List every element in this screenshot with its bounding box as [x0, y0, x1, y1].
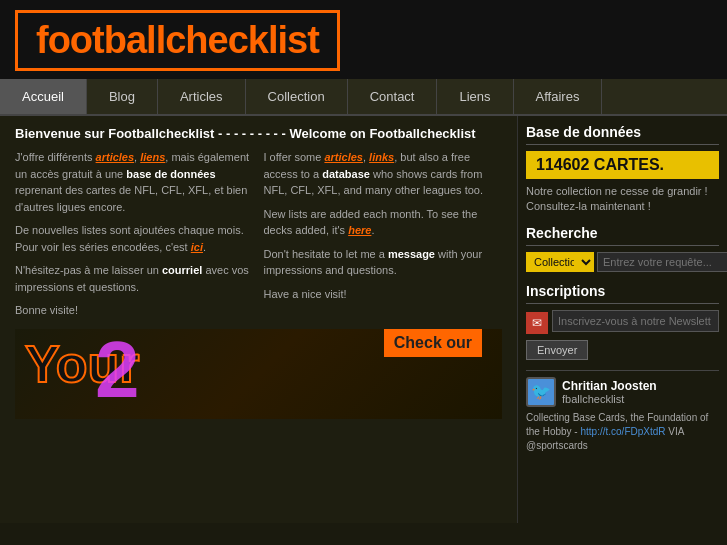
logo-text: footballchecklist: [36, 19, 319, 61]
sidebar: Base de données 114602 CARTES. Notre col…: [517, 116, 727, 523]
two-column: J'offre différents articles, liens, mais…: [15, 149, 502, 319]
database-title: Base de données: [526, 124, 719, 145]
nav: Accueil Blog Articles Collection Contact…: [0, 79, 727, 116]
main-layout: Bienvenue sur Footballchecklist - - - - …: [0, 116, 727, 523]
nav-item-blog[interactable]: Blog: [87, 79, 158, 114]
inscriptions-title: Inscriptions: [526, 283, 719, 304]
inscriptions-section: Inscriptions ✉ Envoyer: [526, 283, 719, 360]
twitter-name: Chritian Joosten: [562, 379, 657, 393]
tweet-text: Collecting Base Cards, the Foundation of…: [526, 411, 719, 453]
nav-item-contact[interactable]: Contact: [348, 79, 438, 114]
search-input[interactable]: [597, 252, 727, 272]
nav-item-affaires[interactable]: Affaires: [514, 79, 603, 114]
bottom-banner: Your 2 Check our: [15, 329, 502, 419]
nav-item-liens[interactable]: Liens: [437, 79, 513, 114]
newsletter-input[interactable]: [552, 310, 719, 332]
twitter-handle: fballchecklist: [562, 393, 657, 405]
content-area: Bienvenue sur Footballchecklist - - - - …: [0, 116, 517, 523]
banner-number: 2: [95, 329, 140, 416]
twitter-header: 🐦 Chritian Joosten fballchecklist: [526, 377, 719, 407]
send-button[interactable]: Envoyer: [526, 340, 588, 360]
header: footballchecklist: [0, 0, 727, 79]
search-row: Collection ›: [526, 252, 719, 273]
database-count: 114602 CARTES.: [526, 151, 719, 179]
nav-item-articles[interactable]: Articles: [158, 79, 246, 114]
welcome-title: Bienvenue sur Footballchecklist - - - - …: [15, 126, 502, 141]
database-description: Notre collection ne cesse de grandir ! C…: [526, 184, 719, 215]
database-section: Base de données 114602 CARTES. Notre col…: [526, 124, 719, 215]
left-column: J'offre différents articles, liens, mais…: [15, 149, 254, 319]
twitter-info: Chritian Joosten fballchecklist: [562, 379, 657, 405]
logo-box: footballchecklist: [15, 10, 340, 71]
right-column: I offer some articles, links, but also a…: [264, 149, 503, 319]
twitter-icon: 🐦: [531, 382, 551, 401]
search-select[interactable]: Collection: [526, 252, 594, 272]
nav-item-collection[interactable]: Collection: [246, 79, 348, 114]
nav-item-accueil[interactable]: Accueil: [0, 79, 87, 114]
banner-check-text: Check our: [384, 329, 482, 357]
twitter-section: 🐦 Chritian Joosten fballchecklist Collec…: [526, 370, 719, 453]
tweet-link[interactable]: http://t.co/FDpXtdR: [580, 426, 665, 437]
search-section: Recherche Collection ›: [526, 225, 719, 273]
search-title: Recherche: [526, 225, 719, 246]
mail-icon: ✉: [526, 312, 548, 334]
twitter-avatar: 🐦: [526, 377, 556, 407]
